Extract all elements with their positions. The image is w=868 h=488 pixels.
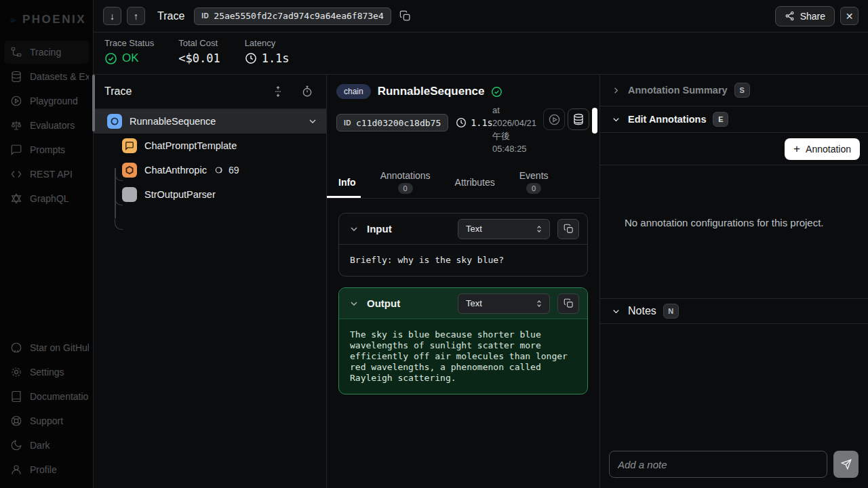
tab-attributes[interactable]: Attributes <box>454 166 496 198</box>
clock-icon <box>245 52 257 64</box>
select-updown-icon <box>534 224 544 234</box>
selected-mode: Text <box>466 224 534 234</box>
output-content: The sky is blue because shorter blue wav… <box>339 319 587 394</box>
add-annotation-button[interactable]: + Annotation <box>785 138 860 160</box>
parser-span-icon <box>122 187 137 202</box>
tree-row-chat-prompt-template[interactable]: ChatPromptTemplate <box>94 134 326 158</box>
copy-icon <box>399 10 411 22</box>
copy-trace-id-button[interactable] <box>397 7 414 24</box>
modal-overlay[interactable] <box>0 0 93 488</box>
annotations-panel: Annotation Summary S Edit Annotations E … <box>600 75 868 488</box>
modal-title: Trace <box>157 10 184 22</box>
span-header: chain RunnableSequence ID c11d03200c18db… <box>327 75 599 166</box>
select-updown-icon <box>534 299 544 308</box>
notes-header[interactable]: Notes N <box>600 298 868 324</box>
token-count: 69 <box>214 165 239 176</box>
arrow-up-icon: ↑ <box>134 11 138 22</box>
add-annotation-label: Annotation <box>806 144 851 155</box>
stat-label: Trace Status <box>104 38 154 48</box>
close-modal-button[interactable]: ✕ <box>840 7 859 25</box>
llm-span-icon <box>122 163 137 178</box>
open-in-playground-button[interactable] <box>543 108 565 130</box>
no-annotations-message: No annotation configurations for this pr… <box>625 215 828 230</box>
tree-connector-curve <box>115 219 123 230</box>
stopwatch-icon <box>301 85 313 98</box>
expand-vertical-icon <box>272 85 284 98</box>
span-detail-panel: chain RunnableSequence ID c11d03200c18db… <box>326 75 600 488</box>
tab-events[interactable]: Events 0 <box>519 166 549 198</box>
trace-tree-panel: Trace RunnableSequence <box>94 75 326 488</box>
panel-resize-handle[interactable] <box>592 108 597 134</box>
database-icon <box>572 113 585 125</box>
edit-annotations-section[interactable]: Edit Annotations E <box>600 106 868 133</box>
span-id-value: c11d03200c18db75 <box>356 118 441 128</box>
note-composer <box>609 451 859 478</box>
play-circle-icon <box>548 113 561 126</box>
tree-row-chat-anthropic[interactable]: ChatAnthropic 69 <box>94 158 326 182</box>
shortcut-key-badge: E <box>713 112 728 127</box>
share-label: Share <box>800 11 825 22</box>
tab-annotations[interactable]: Annotations 0 <box>380 166 431 198</box>
output-mode-select[interactable]: Text <box>458 293 550 314</box>
tab-label: Annotations <box>380 170 431 181</box>
span-id-badge: ID c11d03200c18db75 <box>336 114 448 131</box>
span-name: RunnableSequence <box>130 116 216 127</box>
span-name: ChatAnthropic <box>144 165 207 176</box>
span-tree: RunnableSequence ChatPromptTemplate <box>94 108 326 207</box>
tab-count-badge: 0 <box>526 183 541 194</box>
chevron-down-icon <box>307 116 318 127</box>
span-latency: 1.1s <box>456 117 493 128</box>
trace-id-badge: ID 25ae5550fd2c7ad974c9a64ea6f873e4 <box>194 7 391 25</box>
chevron-right-icon <box>611 85 621 96</box>
collapse-output-button[interactable] <box>349 298 359 309</box>
page-scrollbar-thumb[interactable] <box>92 75 95 131</box>
tree-title: Trace <box>104 85 258 98</box>
collapse-children-chevron[interactable] <box>307 116 318 127</box>
prompt-span-icon <box>122 138 137 153</box>
span-status-check-icon <box>491 86 502 98</box>
add-note-input[interactable] <box>609 451 827 478</box>
send-note-button[interactable] <box>833 451 859 478</box>
total-cost-stat: Total Cost <$0.01 <box>178 38 220 74</box>
annotation-summary-section[interactable]: Annotation Summary S <box>600 75 868 106</box>
close-icon: ✕ <box>846 11 854 22</box>
stat-label: Latency <box>245 38 290 48</box>
span-name: ChatPromptTemplate <box>144 140 237 151</box>
trace-status-stat: Trace Status OK <box>104 38 154 74</box>
output-card: Output Text The sky is blue because shor… <box>338 287 588 394</box>
span-kind-badge: chain <box>336 84 371 99</box>
copy-output-button[interactable] <box>557 293 579 314</box>
collapse-input-button[interactable] <box>349 224 359 235</box>
send-icon <box>840 458 852 470</box>
tree-row-runnable-sequence[interactable]: RunnableSequence <box>94 109 326 134</box>
latency-stat: Latency 1.1s <box>245 38 290 74</box>
input-mode-select[interactable]: Text <box>458 219 550 239</box>
input-content: Briefly: why is the sky blue? <box>339 245 587 276</box>
add-to-dataset-button[interactable] <box>568 108 589 130</box>
notes-label: Notes <box>628 305 656 317</box>
copy-icon <box>564 224 574 234</box>
notes-section: Notes N <box>600 298 868 488</box>
trace-topbar: ↓ ↑ Trace ID 25ae5550fd2c7ad974c9a64ea6f… <box>94 0 868 33</box>
selected-mode: Text <box>466 298 534 308</box>
input-title: Input <box>367 223 450 235</box>
span-tabs: Info Annotations 0 Attributes Events 0 <box>327 166 599 199</box>
chain-span-icon <box>107 114 122 129</box>
tab-info[interactable]: Info <box>338 166 357 198</box>
expand-collapse-all-button[interactable] <box>269 83 287 100</box>
share-button[interactable]: Share <box>775 6 835 26</box>
check-circle-icon <box>104 52 117 65</box>
next-trace-button[interactable]: ↓ <box>103 7 121 25</box>
copy-input-button[interactable] <box>557 219 579 239</box>
tree-header: Trace <box>94 75 326 108</box>
copy-icon <box>564 298 574 308</box>
span-info-body: Input Text Briefly: why is the sky blue? <box>327 199 599 488</box>
previous-trace-button[interactable]: ↑ <box>127 7 145 25</box>
latency-view-button[interactable] <box>298 83 316 100</box>
id-label: ID <box>201 12 209 20</box>
modal-columns: Trace RunnableSequence <box>94 75 868 488</box>
chevron-down-icon <box>611 306 621 317</box>
tree-row-str-output-parser[interactable]: StrOutputParser <box>94 182 326 207</box>
span-title: RunnableSequence <box>378 85 485 98</box>
chevron-down-icon <box>349 224 359 235</box>
